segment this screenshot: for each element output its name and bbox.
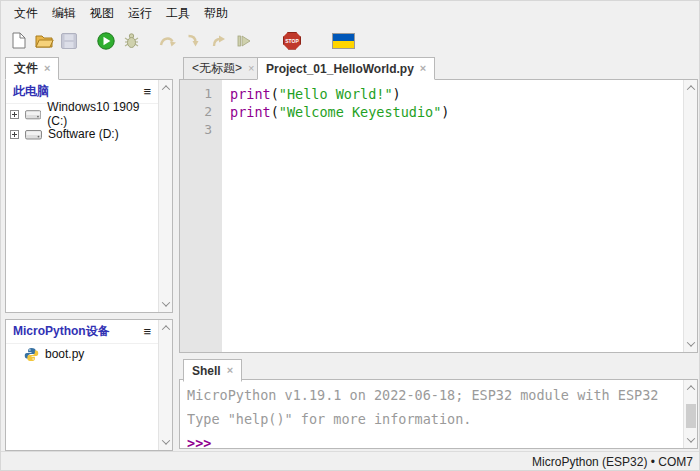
shell-scrollbar[interactable] [683, 380, 697, 448]
close-icon[interactable]: × [420, 63, 426, 74]
drive-d-label: Software (D:) [48, 127, 119, 141]
scroll-down-icon[interactable] [684, 337, 698, 351]
files-panel-tab[interactable]: 文件 × [5, 57, 59, 80]
new-file-icon [12, 32, 26, 49]
line-number: 2 [180, 103, 222, 121]
close-icon[interactable]: × [248, 63, 254, 74]
code-line: print("Welcome Keyestudio") [230, 103, 697, 121]
scroll-down-icon[interactable] [159, 435, 173, 449]
resume-icon [236, 34, 251, 48]
scroll-down-icon[interactable] [159, 297, 173, 311]
code-line: print("Hello World!") [230, 85, 697, 103]
code-area[interactable]: print("Hello World!") print("Welcome Key… [222, 80, 697, 352]
menu-item-view[interactable]: 视图 [83, 2, 121, 25]
toolbar: STOP [1, 25, 700, 56]
python-file-icon [24, 347, 39, 362]
shell-output: MicroPython v1.19.1 on 2022-06-18; ESP32… [187, 383, 681, 455]
ukraine-flag-icon [332, 33, 355, 49]
step-into-button[interactable] [181, 29, 205, 53]
close-icon[interactable]: × [227, 365, 233, 376]
backend-status-label: MicroPython (ESP32) • COM7 [532, 455, 693, 469]
editor-tab-untitled[interactable]: <无标题> × [183, 57, 263, 80]
menu-item-run[interactable]: 运行 [121, 2, 159, 25]
micropython-device-panel: MicroPython设备 ≡ boot.py [5, 319, 173, 451]
support-ukraine-button[interactable] [329, 29, 357, 53]
resume-button[interactable] [231, 29, 255, 53]
device-scrollbar[interactable] [158, 320, 172, 450]
run-script-button[interactable] [94, 29, 118, 53]
menu-item-file[interactable]: 文件 [7, 2, 45, 25]
menu-item-edit[interactable]: 编辑 [45, 2, 83, 25]
panel-menu-icon[interactable]: ≡ [143, 325, 151, 338]
device-header: MicroPython设备 ≡ [6, 320, 158, 344]
expand-icon[interactable] [10, 130, 19, 139]
project-tab-label: Project_01_HelloWorld.py [266, 62, 414, 76]
code-line [230, 121, 697, 139]
tree-item-drive-c[interactable]: Windows10 1909 (C:) [6, 104, 158, 124]
thonny-window: 文件 编辑 视图 运行 工具 帮助 [0, 0, 700, 471]
step-over-icon [159, 34, 177, 47]
step-out-icon [211, 34, 226, 47]
scroll-up-icon[interactable] [684, 81, 698, 95]
open-folder-icon [35, 33, 54, 48]
debug-bug-icon [123, 32, 140, 49]
this-computer-title: 此电脑 [13, 83, 49, 100]
close-icon[interactable]: × [44, 63, 50, 74]
shell-panel[interactable]: MicroPython v1.19.1 on 2022-06-18; ESP32… [179, 379, 698, 449]
stop-backend-button[interactable]: STOP [280, 29, 304, 53]
untitled-tab-label: <无标题> [192, 60, 242, 77]
debug-script-button[interactable] [119, 29, 143, 53]
shell-tab[interactable]: Shell × [183, 359, 242, 382]
scroll-up-icon[interactable] [159, 321, 173, 335]
scroll-down-icon[interactable] [684, 433, 698, 447]
this-computer-panel: 此电脑 ≡ Windows10 1909 (C:) So [5, 79, 173, 313]
shell-tab-label: Shell [192, 364, 221, 378]
step-into-icon [186, 34, 201, 47]
expand-icon[interactable] [10, 110, 19, 119]
line-number: 3 [180, 121, 222, 139]
panel-menu-icon[interactable]: ≡ [143, 85, 151, 98]
files-tab-label: 文件 [14, 60, 38, 77]
scroll-up-icon[interactable] [684, 381, 698, 395]
new-file-button[interactable] [7, 29, 31, 53]
status-bar: MicroPython (ESP32) • COM7 [1, 451, 700, 471]
files-scrollbar[interactable] [158, 80, 172, 312]
line-number-gutter: 1 2 3 [180, 80, 222, 352]
save-file-button[interactable] [57, 29, 81, 53]
editor-tab-project-01[interactable]: Project_01_HelloWorld.py × [257, 57, 435, 80]
menu-item-help[interactable]: 帮助 [197, 2, 235, 25]
tree-item-boot-py[interactable]: boot.py [6, 344, 158, 364]
editor-scrollbar[interactable] [683, 80, 697, 352]
run-play-icon [97, 32, 115, 50]
drive-c-label: Windows10 1909 (C:) [47, 100, 158, 128]
save-floppy-icon [61, 33, 77, 49]
open-file-button[interactable] [32, 29, 56, 53]
boot-py-label: boot.py [45, 347, 84, 361]
stop-sign-icon: STOP [283, 32, 301, 50]
step-over-button[interactable] [156, 29, 180, 53]
drive-icon [25, 128, 42, 141]
code-editor[interactable]: 1 2 3 print("Hello World!") print("Welco… [179, 79, 698, 353]
line-number: 1 [180, 85, 222, 103]
menu-bar: 文件 编辑 视图 运行 工具 帮助 [1, 1, 700, 25]
shell-help-line: Type "help()" for more information. [187, 407, 681, 431]
shell-banner-line: MicroPython v1.19.1 on 2022-06-18; ESP32… [187, 383, 681, 407]
scroll-thumb[interactable] [686, 404, 696, 428]
step-out-button[interactable] [206, 29, 230, 53]
scroll-up-icon[interactable] [159, 81, 173, 95]
drive-icon [25, 108, 41, 121]
menu-item-tools[interactable]: 工具 [159, 2, 197, 25]
device-title: MicroPython设备 [13, 323, 110, 340]
